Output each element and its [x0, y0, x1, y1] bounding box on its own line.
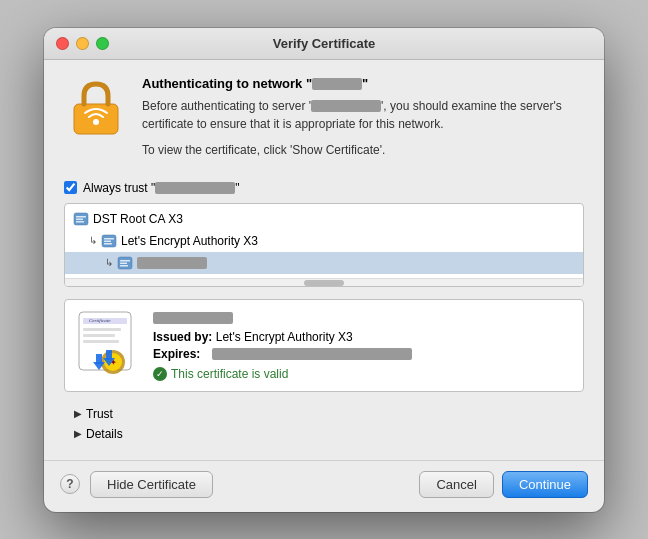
cert-tree-scrollbar-thumb	[304, 280, 344, 286]
svg-rect-26	[96, 354, 102, 364]
cert-root-label: DST Root CA X3	[93, 212, 183, 226]
dialog-content: Authenticating to network " " Before aut…	[44, 60, 604, 460]
trust-disclosure[interactable]: ▶ Trust	[64, 404, 584, 424]
svg-rect-7	[104, 238, 114, 240]
trust-label: Trust	[86, 407, 113, 421]
description-paragraph-1: Before authenticating to server ' ', you…	[142, 97, 584, 133]
titlebar: Verify Certificate	[44, 28, 604, 60]
svg-rect-24	[106, 350, 112, 360]
cert-expires: Expires:	[153, 347, 573, 361]
svg-rect-16	[83, 328, 121, 331]
svg-rect-11	[120, 260, 130, 262]
cert-detail-info: Issued by: Let's Encrypt Authority X3 Ex…	[153, 310, 573, 381]
always-trust-checkbox[interactable]	[64, 181, 77, 194]
lock-icon	[64, 76, 128, 140]
header-text: Authenticating to network " " Before aut…	[142, 76, 584, 167]
cert-tree-row-intermediate[interactable]: ↳ Let's Encrypt Authority X3	[65, 230, 583, 252]
cert-arrow-leaf: ↳	[105, 257, 113, 268]
svg-rect-18	[83, 340, 119, 343]
svg-rect-3	[76, 216, 86, 218]
network-name-redacted	[312, 78, 362, 90]
cert-detail-name-redacted	[153, 312, 233, 324]
cert-arrow-intermediate: ↳	[89, 235, 97, 246]
svg-rect-4	[76, 218, 83, 220]
svg-rect-13	[120, 265, 128, 267]
trust-network-redacted	[155, 182, 235, 194]
button-row: ? Hide Certificate Cancel Continue	[44, 460, 604, 512]
svg-rect-5	[76, 221, 84, 223]
svg-rect-9	[104, 243, 112, 245]
titlebar-buttons	[56, 37, 109, 50]
details-disclosure[interactable]: ▶ Details	[64, 424, 584, 444]
svg-rect-12	[120, 262, 127, 264]
minimize-button[interactable]	[76, 37, 89, 50]
cert-valid-status: ✓ This certificate is valid	[153, 367, 573, 381]
cert-intermediate-icon	[101, 234, 117, 248]
cert-tree-scrollbar	[65, 278, 583, 286]
cert-intermediate-label: Let's Encrypt Authority X3	[121, 234, 258, 248]
cert-expires-value-redacted	[212, 348, 412, 360]
cert-tree-row-root[interactable]: DST Root CA X3	[65, 208, 583, 230]
hide-certificate-button[interactable]: Hide Certificate	[90, 471, 213, 498]
server-name-redacted	[311, 100, 381, 112]
certificate-tree-panel: DST Root CA X3 ↳ Let's Encrypt Authority…	[64, 203, 584, 287]
valid-checkmark-icon: ✓	[153, 367, 167, 381]
header-section: Authenticating to network " " Before aut…	[64, 76, 584, 167]
details-label: Details	[86, 427, 123, 441]
description-paragraph-2: To view the certificate, click 'Show Cer…	[142, 141, 584, 159]
maximize-button[interactable]	[96, 37, 109, 50]
svg-point-1	[93, 119, 99, 125]
certificate-detail-panel: Certificate ✦ Issued by: Let'	[64, 299, 584, 392]
button-row-left: ? Hide Certificate	[60, 471, 213, 498]
svg-rect-8	[104, 240, 111, 242]
svg-rect-17	[83, 334, 115, 337]
details-triangle-icon: ▶	[74, 428, 82, 439]
always-trust-label: Always trust " "	[83, 181, 240, 195]
cancel-button[interactable]: Cancel	[419, 471, 493, 498]
cert-leaf-name-redacted	[137, 257, 207, 269]
button-row-right: Cancel Continue	[419, 471, 588, 498]
verify-certificate-dialog: Verify Certificate Authen	[44, 28, 604, 512]
cert-leaf-icon	[117, 256, 133, 270]
close-button[interactable]	[56, 37, 69, 50]
svg-text:Certificate: Certificate	[89, 318, 111, 323]
always-trust-row: Always trust " "	[64, 181, 584, 195]
continue-button[interactable]: Continue	[502, 471, 588, 498]
cert-tree: DST Root CA X3 ↳ Let's Encrypt Authority…	[65, 204, 583, 278]
help-button[interactable]: ?	[60, 474, 80, 494]
cert-thumbnail: Certificate ✦	[75, 310, 143, 378]
trust-triangle-icon: ▶	[74, 408, 82, 419]
cert-root-icon	[73, 212, 89, 226]
dialog-title: Verify Certificate	[273, 36, 376, 51]
authenticating-heading: Authenticating to network " "	[142, 76, 584, 91]
cert-issued-by: Issued by: Let's Encrypt Authority X3	[153, 330, 573, 344]
cert-tree-row-leaf[interactable]: ↳	[65, 252, 583, 274]
